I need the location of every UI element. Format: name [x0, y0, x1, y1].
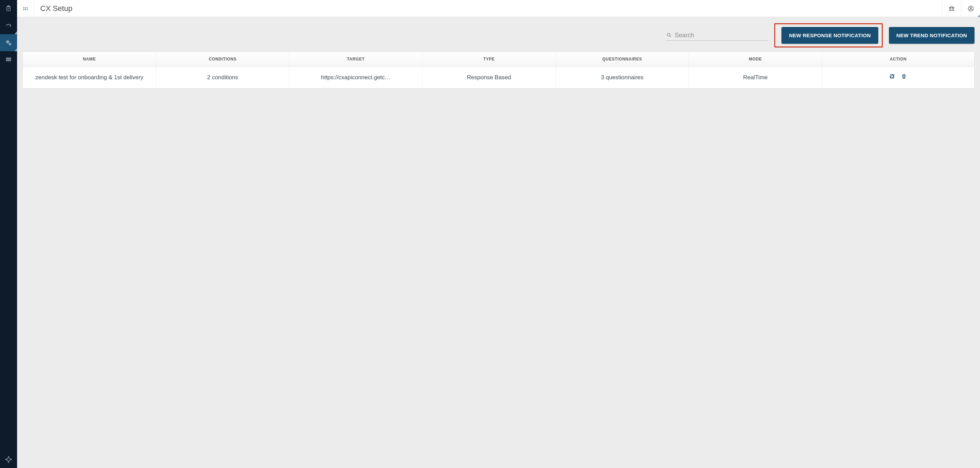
sidebar-logo[interactable] — [0, 451, 17, 468]
expand-indicator — [977, 14, 980, 17]
th-action[interactable]: ACTION — [822, 52, 974, 67]
topbar: CX Setup — [17, 0, 980, 17]
th-questionnaires[interactable]: QUESTIONNAIRES — [555, 52, 689, 67]
app-switcher-button[interactable] — [17, 0, 34, 17]
sidebar-item-clipboard[interactable] — [0, 0, 17, 17]
svg-point-22 — [667, 34, 670, 36]
content-area: NEW RESPONSE NOTIFICATION NEW TREND NOTI… — [17, 17, 980, 468]
expand-indicator — [14, 32, 17, 34]
svg-rect-7 — [6, 60, 7, 61]
sidebar — [0, 0, 17, 468]
svg-rect-17 — [23, 9, 24, 10]
bank-icon — [948, 5, 955, 12]
new-response-notification-button[interactable]: NEW RESPONSE NOTIFICATION — [781, 27, 878, 44]
svg-point-10 — [8, 456, 9, 457]
svg-point-3 — [9, 43, 11, 45]
cell-target-text: https://cxapiconnect.getc… — [293, 74, 419, 81]
svg-rect-8 — [8, 60, 9, 61]
svg-rect-9 — [10, 60, 11, 61]
logo-icon — [5, 456, 12, 463]
svg-rect-16 — [27, 7, 28, 8]
search-field[interactable] — [666, 30, 768, 41]
cell-action — [822, 67, 974, 88]
svg-point-13 — [5, 459, 6, 460]
svg-point-11 — [11, 459, 12, 460]
th-type[interactable]: TYPE — [422, 52, 555, 67]
svg-rect-18 — [25, 9, 26, 10]
edit-icon[interactable] — [889, 73, 896, 80]
svg-rect-14 — [23, 7, 24, 8]
svg-rect-5 — [8, 58, 9, 59]
cell-type: Response Based — [422, 67, 555, 88]
table-header-row: NAME CONDITIONS TARGET TYPE QUESTIONNAIR… — [23, 52, 974, 67]
page-title: CX Setup — [34, 4, 72, 13]
grid-dots-icon — [22, 5, 29, 12]
cell-conditions: 2 conditions — [156, 67, 289, 88]
th-target[interactable]: TARGET — [290, 52, 422, 67]
notifications-table: NAME CONDITIONS TARGET TYPE QUESTIONNAIR… — [22, 51, 975, 89]
svg-point-21 — [970, 7, 972, 8]
action-bar: NEW RESPONSE NOTIFICATION NEW TREND NOTI… — [22, 23, 975, 48]
expand-indicator — [14, 48, 17, 51]
cell-name: zendesk test for onboarding & 1st delive… — [23, 67, 156, 88]
svg-rect-19 — [27, 9, 28, 10]
th-name[interactable]: NAME — [23, 52, 156, 67]
sidebar-item-apps[interactable] — [0, 51, 17, 68]
svg-point-2 — [7, 41, 8, 43]
apps-grid-icon — [5, 56, 12, 63]
settings-gear-icon — [5, 39, 12, 46]
th-mode[interactable]: MODE — [689, 52, 822, 67]
user-menu-button[interactable] — [961, 0, 980, 17]
svg-point-12 — [8, 462, 9, 463]
svg-rect-6 — [10, 58, 11, 59]
sidebar-item-settings[interactable] — [0, 34, 17, 51]
svg-rect-15 — [25, 7, 26, 8]
table-row: zendesk test for onboarding & 1st delive… — [23, 67, 974, 88]
cell-target: https://cxapiconnect.getc… — [290, 67, 422, 88]
trash-icon[interactable] — [901, 73, 907, 80]
cell-mode: RealTime — [689, 67, 822, 88]
search-icon — [667, 32, 672, 38]
svg-rect-4 — [6, 58, 7, 59]
cell-questionnaires: 3 questionnaires — [555, 67, 689, 88]
sidebar-item-share[interactable] — [0, 17, 17, 34]
share-icon — [5, 22, 12, 29]
new-trend-notification-button[interactable]: NEW TREND NOTIFICATION — [889, 27, 975, 44]
clipboard-icon — [5, 5, 12, 12]
search-input[interactable] — [675, 32, 767, 39]
bank-button[interactable] — [942, 0, 961, 17]
highlight-annotation: NEW RESPONSE NOTIFICATION — [774, 23, 883, 48]
user-circle-icon — [967, 5, 974, 12]
th-conditions[interactable]: CONDITIONS — [156, 52, 289, 67]
